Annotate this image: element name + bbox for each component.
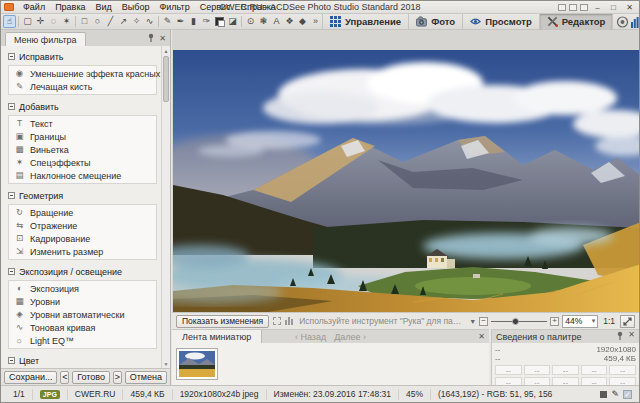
arrow-tool[interactable]: ↗ xyxy=(117,15,130,28)
section-header[interactable]: Геометрия xyxy=(8,189,157,202)
marquee-select-tool[interactable]: ▢ xyxy=(21,15,34,28)
layout-button-3[interactable] xyxy=(580,4,588,11)
dashboard-icon[interactable] xyxy=(631,16,640,28)
maximize-button[interactable]: □ xyxy=(607,2,620,12)
zoom-percent-select[interactable]: 44% ▾ xyxy=(562,315,598,328)
checkbox-icon[interactable]: ✓ xyxy=(623,390,632,399)
filter-item[interactable]: ↻Вращение xyxy=(9,206,156,219)
mode-tab-просмотр[interactable]: Просмотр xyxy=(462,14,539,30)
filter-item[interactable]: ▦Уровни xyxy=(9,295,156,308)
filter-scrollbar[interactable]: ▲ ▼ xyxy=(161,46,170,368)
filter-item[interactable]: ▣Границы xyxy=(9,130,156,143)
menu-item-3[interactable]: Выбор xyxy=(117,2,155,12)
filter-item[interactable]: ⇲Изменить размер xyxy=(9,245,156,258)
next-nav-button[interactable]: Далее › xyxy=(334,332,366,342)
layout-button-2[interactable] xyxy=(569,4,577,11)
forward-button[interactable]: > xyxy=(113,371,122,384)
close-panel-icon[interactable]: ✕ xyxy=(159,35,166,43)
mode-tab-управление[interactable]: Управление xyxy=(322,14,408,30)
blend-tool[interactable]: ◪ xyxy=(226,15,239,28)
color-swatch-icon[interactable] xyxy=(600,391,607,398)
filter-item[interactable]: ◈Уровни автоматически xyxy=(9,308,156,321)
mode-tab-фото[interactable]: Фото xyxy=(408,14,462,30)
collapse-icon[interactable] xyxy=(8,103,15,110)
save-button[interactable]: Сохрани... xyxy=(4,371,57,384)
menu-item-0[interactable]: Файл xyxy=(18,2,50,12)
color-swatch[interactable] xyxy=(215,17,224,26)
collapse-icon[interactable] xyxy=(8,53,15,60)
menu-item-2[interactable]: Вид xyxy=(91,2,117,12)
section-header[interactable]: Добавить xyxy=(8,100,157,113)
menu-item-1[interactable]: Правка xyxy=(50,2,90,12)
hand-tool[interactable]: ☝ xyxy=(3,15,16,28)
filter-item[interactable]: ⊡Кадрирование xyxy=(9,232,156,245)
back-button[interactable]: < xyxy=(60,371,69,384)
close-button[interactable]: ✕ xyxy=(623,2,636,12)
minimize-button[interactable]: ‒ xyxy=(591,2,604,12)
pencil-tool[interactable]: ✎ xyxy=(161,15,174,28)
acdsee-365-icon[interactable] xyxy=(616,16,629,28)
scrollbar-thumb[interactable] xyxy=(163,56,169,102)
cancel-button[interactable]: Отмена xyxy=(125,371,167,384)
text-tool[interactable]: A xyxy=(270,15,283,28)
filmstrip-tab[interactable]: Лента миниатюр xyxy=(172,330,262,343)
settings-gear[interactable]: ❃ xyxy=(257,15,270,28)
zoom-dropdown-icon[interactable]: ▼ xyxy=(469,318,476,325)
zoom-tool[interactable]: ⊙ xyxy=(244,15,257,28)
filter-item[interactable]: ∿Тоновая кривая xyxy=(9,321,156,334)
menu-item-4[interactable]: Фильтр xyxy=(154,2,194,12)
section-header[interactable]: Исправить xyxy=(8,50,157,63)
rectangle-tool[interactable]: □ xyxy=(78,15,91,28)
ellipse-tool[interactable]: ○ xyxy=(91,15,104,28)
scroll-up-icon[interactable]: ▲ xyxy=(162,46,170,55)
more-tools[interactable]: » xyxy=(309,15,322,28)
magic-wand-tool[interactable]: ✶ xyxy=(60,15,73,28)
move-tool[interactable]: ✛ xyxy=(34,15,47,28)
marker-tool[interactable]: ▮ xyxy=(187,15,200,28)
section-header[interactable]: Экспозиция / освещение xyxy=(8,265,157,278)
pin-tool[interactable]: ❖ xyxy=(283,15,296,28)
filter-item[interactable]: ✎Лечащая кисть xyxy=(9,80,156,93)
collapse-icon[interactable] xyxy=(8,357,15,364)
filter-item[interactable]: ☼Light EQ™ xyxy=(9,334,156,347)
curve-tool[interactable]: ∿ xyxy=(143,15,156,28)
show-changes-button[interactable]: Показать изменения xyxy=(176,315,269,328)
section-header[interactable]: Цвет xyxy=(8,354,157,367)
back-nav-button[interactable]: ‹ Назад xyxy=(295,332,326,342)
fit-image-button[interactable] xyxy=(620,315,635,328)
selection-preview-icon[interactable] xyxy=(273,317,281,325)
lasso-tool[interactable]: ◌ xyxy=(47,15,60,28)
filter-item[interactable]: ◐Экспозиция xyxy=(9,282,156,295)
mode-tab-редактор[interactable]: Редактор xyxy=(539,14,613,30)
histogram-small-icon[interactable] xyxy=(285,316,295,327)
filter-item[interactable]: ⇆Отражение xyxy=(9,219,156,232)
zoom-slider-thumb[interactable] xyxy=(512,318,519,325)
polygon-tool[interactable]: ✧ xyxy=(130,15,143,28)
pin-icon[interactable] xyxy=(616,331,624,342)
filter-panel-tab[interactable]: Меню фильтра xyxy=(5,32,86,46)
filter-item[interactable]: ✶Спецэффекты xyxy=(9,156,156,169)
eyedropper-tool[interactable]: ✑ xyxy=(200,15,213,28)
fill-tool[interactable]: ◆ xyxy=(296,15,309,28)
filter-item[interactable]: TТекст xyxy=(9,117,156,130)
palette-close-icon[interactable]: ✕ xyxy=(628,331,635,342)
pen-tool[interactable]: ✒ xyxy=(174,15,187,28)
filter-item[interactable]: ▩Виньетка xyxy=(9,143,156,156)
edit-pen-icon[interactable]: ✎ xyxy=(611,390,619,399)
pin-icon[interactable] xyxy=(147,33,155,44)
actual-size-button[interactable]: 1:1 xyxy=(601,316,617,326)
zoom-out-button[interactable]: − xyxy=(479,317,488,326)
filmstrip-close-icon[interactable]: ✕ xyxy=(478,332,489,341)
scroll-down-icon[interactable]: ▼ xyxy=(162,359,170,368)
collapse-icon[interactable] xyxy=(8,192,15,199)
photo-canvas[interactable] xyxy=(173,50,639,312)
zoom-in-button[interactable]: + xyxy=(550,317,559,326)
collapse-icon[interactable] xyxy=(8,268,15,275)
filter-item[interactable]: ▤Наклонное смещение xyxy=(9,169,156,182)
layout-button-1[interactable] xyxy=(558,4,566,11)
zoom-slider[interactable] xyxy=(491,317,547,326)
filter-item[interactable]: ◉Уменьшение эффекта красных глаз xyxy=(9,67,156,80)
done-button[interactable]: Готово xyxy=(72,371,110,384)
thumbnail-item[interactable] xyxy=(176,348,218,380)
line-tool[interactable]: ╱ xyxy=(104,15,117,28)
